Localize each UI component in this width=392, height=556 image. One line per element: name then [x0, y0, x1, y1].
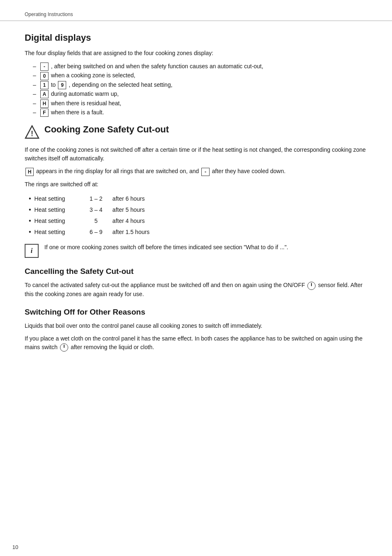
- heat-label: Heat setting: [35, 216, 84, 226]
- cancelling-title: Cancelling the Safety Cut-out: [25, 267, 367, 276]
- heat-range: 6 – 9: [84, 227, 108, 237]
- para2-icon-h: H: [25, 168, 34, 176]
- cooking-zone-section-header: ! Cooking Zone Safety Cut-out: [25, 124, 367, 140]
- dash-icon-9: 9: [58, 81, 66, 89]
- dash-icon-f: F: [40, 109, 48, 117]
- switching-off-para1: Liquids that boil over onto the control …: [25, 322, 367, 330]
- item-text: , after being switched on and when the s…: [51, 63, 263, 70]
- digital-displays-list: - , after being switched on and when the…: [25, 62, 367, 117]
- info-row: i If one or more cooking zones switch of…: [25, 243, 367, 258]
- content: Digital displays The four display fields…: [0, 21, 392, 368]
- heat-label: Heat setting: [35, 227, 84, 237]
- digital-displays-title: Digital displays: [25, 32, 367, 43]
- list-item: Heat setting 3 – 4 after 5 hours: [29, 204, 367, 215]
- list-item: A during automatic warm up,: [33, 89, 367, 98]
- list-item: - , after being switched on and when the…: [33, 62, 367, 71]
- heat-desc: after 5 hours: [113, 205, 145, 215]
- para2-text2: after they have cooled down.: [212, 168, 286, 174]
- info-content: If one or more cooking zones switch off …: [44, 243, 367, 252]
- dash-icon-0: 0: [40, 72, 48, 80]
- list-item: F when there is a fault.: [33, 108, 367, 117]
- list-item: H when there is residual heat,: [33, 99, 367, 108]
- dash-icon-minus: -: [40, 63, 48, 71]
- page-number: 10: [12, 544, 18, 550]
- cooking-zone-para2: H appears in the ring display for all ri…: [25, 167, 367, 176]
- header-text: Operating Instructions: [25, 12, 73, 17]
- info-text: If one or more cooking zones switch off …: [44, 244, 288, 250]
- to-text: to: [51, 81, 58, 88]
- switching-off-para2: If you place a wet cloth on the control …: [25, 334, 367, 352]
- heat-desc: after 6 hours: [113, 194, 145, 204]
- item-text: during automatic warm up,: [51, 90, 119, 97]
- list-item: Heat setting 6 – 9 after 1.5 hours: [29, 226, 367, 237]
- warning-icon: !: [25, 125, 39, 140]
- header: Operating Instructions: [0, 8, 392, 21]
- heat-range: 5: [84, 216, 108, 226]
- svg-text:!: !: [31, 130, 33, 138]
- dash-icon-a: A: [40, 90, 48, 98]
- heat-desc: after 1.5 hours: [113, 227, 150, 237]
- list-item: 1 to 9 , depending on the selected heat …: [33, 80, 367, 89]
- item-text: when there is a fault.: [51, 109, 104, 116]
- heat-range: 1 – 2: [84, 194, 108, 204]
- cooking-zone-title: Cooking Zone Safety Cut-out: [44, 124, 169, 135]
- cancelling-para: To cancel the activated safety cut-out t…: [25, 281, 367, 298]
- cooking-zone-para3: The rings are switched off at:: [25, 180, 367, 189]
- switching-off-text2: after removing the liquid or cloth.: [71, 344, 154, 350]
- heat-label: Heat setting: [35, 205, 84, 215]
- heat-label: Heat setting: [35, 194, 84, 204]
- info-icon: i: [25, 244, 39, 258]
- heat-desc: after 4 hours: [113, 216, 145, 226]
- item-text: when a cooking zone is selected,: [51, 72, 135, 79]
- heat-range: 3 – 4: [84, 205, 108, 215]
- mains-switch-icon: [60, 343, 68, 352]
- heat-settings-list: Heat setting 1 – 2 after 6 hours Heat se…: [25, 193, 367, 238]
- para2-icon-minus: -: [201, 168, 210, 176]
- list-item: Heat setting 5 after 4 hours: [29, 215, 367, 226]
- digital-displays-intro: The four display fields that are assigne…: [25, 49, 367, 58]
- cancelling-text1: To cancel the activated safety cut-out t…: [25, 282, 307, 288]
- para2-text1: appears in the ring display for all ring…: [36, 168, 201, 174]
- list-item: 0 when a cooking zone is selected,: [33, 71, 367, 80]
- dash-icon-h: H: [40, 100, 48, 108]
- page: Operating Instructions Digital displays …: [0, 0, 392, 556]
- item-text: , depending on the selected heat setting…: [69, 81, 172, 88]
- item-text: when there is residual heat,: [51, 100, 121, 107]
- dash-icon-1: 1: [40, 81, 48, 89]
- cooking-zone-para1: If one of the cooking zones is not switc…: [25, 146, 367, 163]
- list-item: Heat setting 1 – 2 after 6 hours: [29, 193, 367, 204]
- on-off-icon: [307, 282, 316, 290]
- switching-off-title: Switching Off for Other Reasons: [25, 308, 367, 317]
